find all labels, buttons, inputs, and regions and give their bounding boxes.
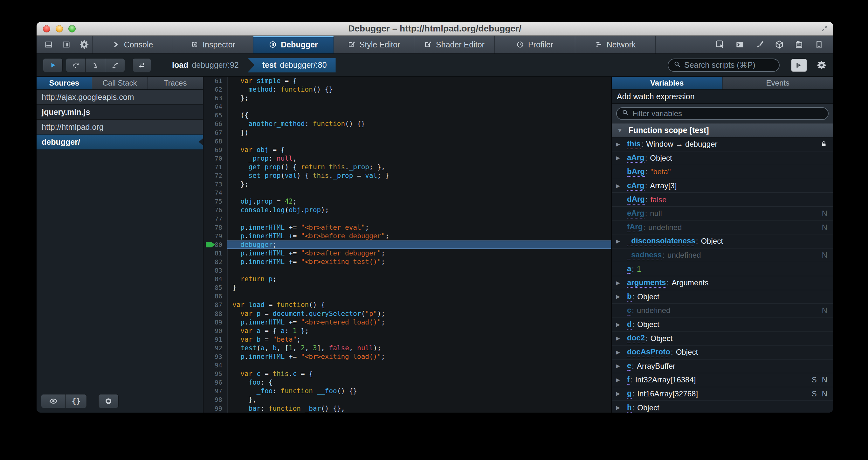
code-line-99[interactable]: 99 bar: function _bar() {}, — [204, 404, 611, 412]
code-line-70[interactable]: 70 _prop: null, — [204, 154, 611, 163]
variable-value[interactable]: Object — [637, 292, 659, 301]
line-number[interactable]: 95 — [204, 370, 227, 378]
tab-inspector[interactable]: Inspector — [173, 36, 253, 53]
line-number[interactable]: 83 — [204, 266, 227, 275]
variable-value[interactable]: 1 — [637, 265, 641, 274]
code-line-73[interactable]: 73 }; — [204, 180, 611, 189]
variable-row-c[interactable]: c:undefinedN — [612, 304, 833, 318]
tab-debugger[interactable]: Debugger — [253, 36, 334, 53]
step-over-button[interactable] — [66, 58, 86, 72]
line-number[interactable]: 92 — [204, 344, 227, 352]
expand-icon[interactable]: ▶ — [616, 238, 620, 245]
source-item-debugger-[interactable]: debugger/ — [37, 135, 203, 149]
variable-name[interactable]: doc2 — [627, 334, 645, 343]
code-line-83[interactable]: 83 — [204, 266, 611, 275]
line-number[interactable]: 61 — [204, 77, 227, 85]
step-out-button[interactable] — [105, 58, 125, 72]
variable-value[interactable]: Arguments — [672, 278, 708, 287]
code-line-96[interactable]: 96 foo: { — [204, 378, 611, 387]
variable-row-bArg[interactable]: bArg:"beta" — [612, 165, 833, 179]
line-number[interactable]: 77 — [204, 215, 227, 223]
tab-profiler[interactable]: Profiler — [495, 36, 575, 53]
code-editor[interactable]: 61 var simple = {62 method: function() {… — [204, 77, 612, 412]
line-number[interactable]: 79 — [204, 232, 227, 240]
code-line-63[interactable]: 63 }; — [204, 94, 611, 103]
line-number[interactable]: 96 — [204, 378, 227, 387]
code-line-64[interactable]: 64 — [204, 103, 611, 111]
variable-value[interactable]: Object — [701, 237, 723, 246]
tab-variables[interactable]: Variables — [612, 77, 723, 89]
scope-header[interactable]: ▼ Function scope [test] — [612, 123, 833, 138]
variable-name[interactable]: arguments — [627, 278, 666, 288]
variable-value[interactable]: Object — [637, 320, 659, 329]
minimize-window-button[interactable] — [56, 25, 63, 32]
variable-name[interactable]: b — [627, 292, 632, 301]
variable-name[interactable]: _sadness — [627, 250, 662, 260]
variable-name[interactable]: dArg — [627, 195, 645, 205]
variable-value[interactable]: false — [651, 195, 667, 204]
pick-element-button[interactable] — [715, 40, 725, 49]
variable-value[interactable]: Object — [676, 348, 698, 356]
variable-value[interactable]: "beta" — [651, 167, 671, 176]
line-number[interactable]: 67 — [204, 128, 227, 137]
variable-name[interactable]: aArg — [627, 153, 645, 163]
line-number[interactable]: 78 — [204, 223, 227, 232]
code-line-88[interactable]: 88 var p = document.querySelector("p"); — [204, 310, 611, 318]
line-number[interactable]: 72 — [204, 171, 227, 180]
step-in-button[interactable] — [86, 58, 105, 72]
resume-button[interactable] — [43, 58, 63, 72]
variable-value[interactable]: Int16Array[32768] — [637, 390, 698, 398]
variable-value[interactable]: undefined — [637, 306, 670, 315]
filter-variables-input[interactable]: Filter variables — [616, 107, 829, 120]
line-number[interactable]: 94 — [204, 361, 227, 370]
variable-name[interactable]: a — [627, 264, 631, 274]
code-line-79[interactable]: 79 p.innerHTML += "<br>before debugger"; — [204, 232, 611, 240]
source-item-jquery-min-js[interactable]: jquery.min.js — [37, 105, 203, 120]
line-number[interactable]: 73 — [204, 180, 227, 189]
line-number[interactable]: 62 — [204, 85, 227, 94]
dock-side-button[interactable] — [62, 40, 70, 49]
code-line-82[interactable]: 82 p.innerHTML += "<br>exiting test()"; — [204, 258, 611, 266]
add-watch-expression[interactable]: Add watch expression — [612, 90, 833, 104]
variable-name[interactable]: this — [627, 139, 641, 149]
scope-collapse-icon[interactable]: ▼ — [617, 127, 623, 134]
scratchpad-button[interactable] — [794, 40, 804, 49]
code-line-68[interactable]: 68 — [204, 137, 611, 146]
code-line-76[interactable]: 76 console.log(obj.prop); — [204, 206, 611, 214]
variable-value[interactable]: Array[3] — [650, 181, 677, 190]
code-line-85[interactable]: 85} — [204, 283, 611, 292]
expand-icon[interactable]: ▶ — [616, 363, 620, 369]
code-line-90[interactable]: 90 var a = { a: 1 }; — [204, 327, 611, 335]
source-group-http-ajax-googleapis-com[interactable]: http://ajax.googleapis.com — [37, 90, 203, 105]
gear-button[interactable] — [79, 39, 89, 50]
variable-name[interactable]: c — [627, 306, 631, 316]
dock-bottom-button[interactable] — [44, 40, 53, 49]
expand-icon[interactable]: ▶ — [616, 335, 620, 342]
code-line-77[interactable]: 77 — [204, 215, 611, 223]
code-line-95[interactable]: 95 var c = this.c = { — [204, 370, 611, 378]
variable-row-b[interactable]: ▶b:Object — [612, 290, 833, 304]
title-bar[interactable]: Debugger – http://htmlpad.org/debugger/ — [37, 22, 833, 36]
line-number[interactable]: 70 — [204, 154, 227, 163]
line-number[interactable]: 68 — [204, 137, 227, 146]
tab-sources[interactable]: Sources — [37, 77, 92, 89]
variable-row-g[interactable]: ▶g:Int16Array[32768]SN — [612, 387, 833, 401]
expand-panes-button[interactable] — [791, 59, 807, 72]
variable-value[interactable]: null — [650, 209, 662, 218]
line-number[interactable]: 89 — [204, 318, 227, 327]
search-scripts-input[interactable]: Search scripts (⌘P) — [668, 59, 780, 72]
expand-icon[interactable]: ▶ — [616, 377, 620, 383]
line-number[interactable]: 66 — [204, 120, 227, 128]
variable-name[interactable]: h — [627, 403, 632, 412]
code-line-65[interactable]: 65 ({ — [204, 111, 611, 120]
variable-row-dArg[interactable]: dArg:false — [612, 193, 833, 207]
line-number[interactable]: 93 — [204, 352, 227, 361]
split-console-button[interactable] — [735, 40, 745, 49]
variable-row-a[interactable]: a:1 — [612, 262, 833, 276]
code-line-74[interactable]: 74 — [204, 189, 611, 197]
code-line-81[interactable]: 81 p.innerHTML += "<br>after debugger"; — [204, 249, 611, 258]
line-number[interactable]: 63 — [204, 94, 227, 103]
line-number[interactable]: 69 — [204, 146, 227, 154]
tab-network[interactable]: Network — [575, 36, 656, 53]
tab-shader-editor[interactable]: Shader Editor — [414, 36, 495, 53]
